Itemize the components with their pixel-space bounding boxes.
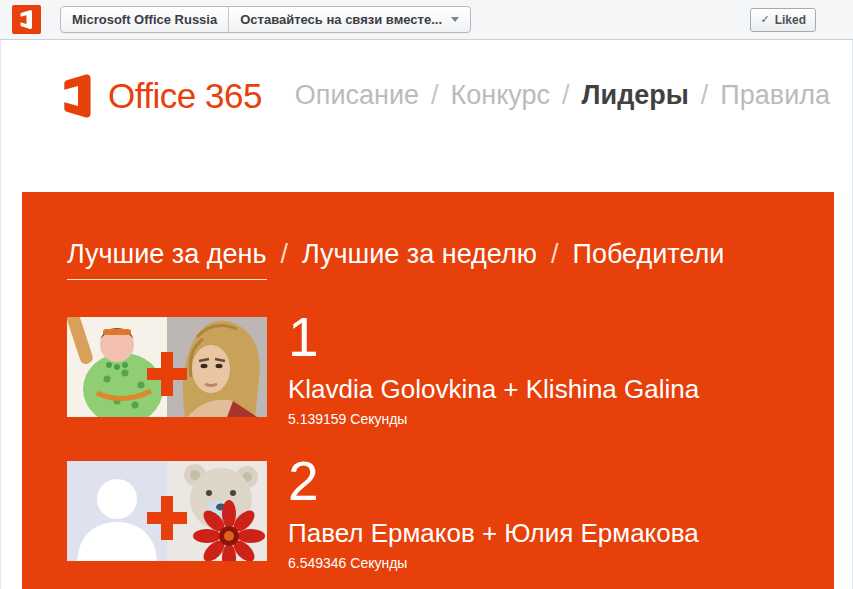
nav-separator: / [562,80,570,111]
entry-name: Klavdia Golovkina + Klishina Galina [288,374,699,405]
page-name-button[interactable]: Microsoft Office Russia [61,7,229,32]
nav-item-leaders[interactable]: Лидеры [582,80,689,111]
tab-winners[interactable]: Победители [573,239,725,270]
leaderboard-panel: Лучшие за день / Лучшие за неделю / Побе… [22,192,834,589]
plus-icon [147,352,187,396]
check-icon: ✓ [760,14,769,25]
entry-name: Павел Ермаков + Юлия Ермакова [288,518,699,549]
nav-item-description[interactable]: Описание [295,80,419,111]
leaderboard-tabs: Лучшие за день / Лучшие за неделю / Побе… [67,239,834,280]
entry-time: 5.139159 Секунды [288,411,699,427]
tab-separator: / [551,239,559,270]
leaderboard-entry: 2 Павел Ермаков + Юлия Ермакова 6.549346… [67,461,834,571]
chevron-down-icon [451,17,459,22]
office365-logo: Office 365 [58,72,262,120]
entry-photos [67,317,267,417]
entry-rank: 2 [288,454,699,509]
page-name-label: Microsoft Office Russia [72,12,217,27]
office-app-logo[interactable] [12,5,41,34]
nav-item-contest[interactable]: Конкурс [451,80,550,111]
entry-text: 2 Павел Ермаков + Юлия Ермакова 6.549346… [288,461,699,571]
entry-time: 6.549346 Секунды [288,555,699,571]
tab-best-of-day[interactable]: Лучшие за день [67,239,267,280]
tab-best-of-week[interactable]: Лучшие за неделю [302,239,537,270]
facebook-topbar: Microsoft Office Russia Оставайтесь на с… [0,0,853,40]
office365-logo-text: Office 365 [108,76,262,116]
liked-button[interactable]: ✓ Liked [750,8,816,32]
nav-separator: / [701,80,709,111]
leaderboard-entries: 1 Klavdia Golovkina + Klishina Galina 5.… [67,317,834,589]
office365-logo-icon [58,72,98,120]
page-section-label: Оставайтесь на связи вместе... [240,12,442,27]
nav-separator: / [431,80,439,111]
top-nav: Описание / Конкурс / Лидеры / Правила [295,80,830,111]
nav-item-rules[interactable]: Правила [720,80,830,111]
office-logo-icon [18,9,35,30]
page-switcher: Microsoft Office Russia Оставайтесь на с… [60,6,471,33]
entry-text: 1 Klavdia Golovkina + Klishina Galina 5.… [288,317,699,427]
entry-rank: 1 [288,310,699,365]
app-header: Office 365 Описание / Конкурс / Лидеры /… [1,40,852,151]
app-content: Office 365 Описание / Конкурс / Лидеры /… [0,40,853,589]
page-section-dropdown[interactable]: Оставайтесь на связи вместе... [229,7,470,32]
leaderboard-entry: 1 Klavdia Golovkina + Klishina Galina 5.… [67,317,834,427]
entry-photos [67,461,267,561]
tab-separator: / [281,239,289,270]
page: Microsoft Office Russia Оставайтесь на с… [0,0,853,589]
liked-label: Liked [775,13,806,27]
plus-icon [147,496,187,540]
